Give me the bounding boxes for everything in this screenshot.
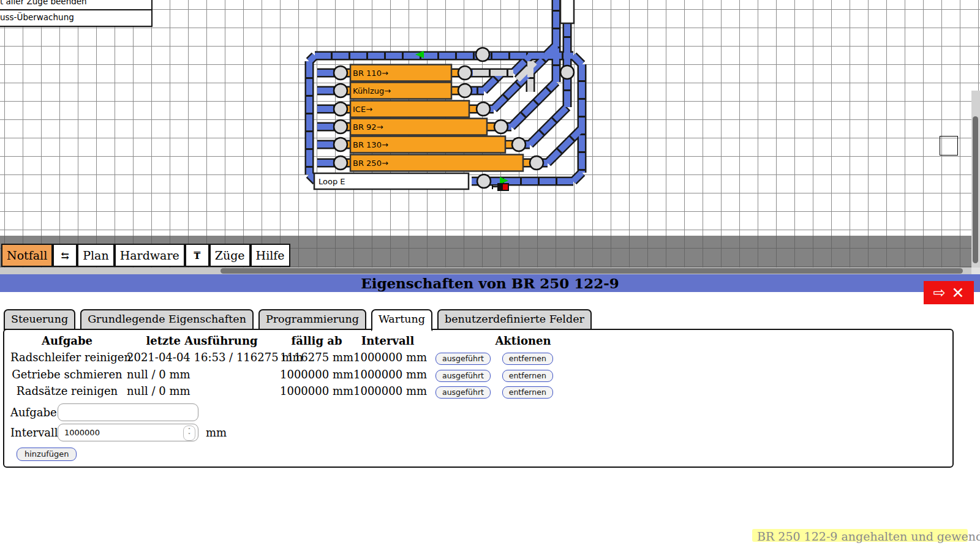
sensor-circle xyxy=(476,48,489,61)
cell-aufgabe: Radschleifer reinigen xyxy=(10,349,124,366)
remove-button[interactable]: entfernen xyxy=(502,353,553,365)
block-br250-label: BR 250→ xyxy=(353,159,388,168)
cell-actions: ausgeführt entfernen xyxy=(422,349,624,366)
tab-wartung[interactable]: Wartung xyxy=(371,309,432,331)
block-br110-label: BR 110→ xyxy=(353,69,388,78)
vertical-scrollbar-thumb[interactable] xyxy=(973,116,978,263)
sensor-circle xyxy=(560,66,574,79)
unit-label: mm xyxy=(206,426,227,439)
cell-letzte: null / 0 mm xyxy=(124,383,280,400)
pantograph-icon-button[interactable]: ₸ xyxy=(185,244,209,267)
spinner-down-icon[interactable]: ˅ xyxy=(188,433,191,438)
col-header-intervall: Intervall xyxy=(353,333,422,349)
cell-intervall: 1000000 mm xyxy=(353,349,422,366)
sensor-circle xyxy=(477,102,490,116)
col-header-letzte-ausfuehrung: letzte Ausführung xyxy=(124,333,280,349)
aufgabe-input[interactable] xyxy=(58,403,198,421)
wartung-panel: Aufgabe letzte Ausführung fällig ab Inte… xyxy=(3,329,954,468)
horizontal-scrollbar-thumb[interactable] xyxy=(221,268,963,274)
sensor-circle xyxy=(458,84,472,97)
maintenance-table: Aufgabe letzte Ausführung fällig ab Inte… xyxy=(10,333,952,400)
swap-direction-icon-button[interactable]: ⇆ xyxy=(53,244,77,267)
remove-button[interactable]: entfernen xyxy=(502,370,553,382)
horizontal-scrollbar[interactable] xyxy=(0,268,971,274)
tab-programmierung[interactable]: Programmierung xyxy=(258,309,366,330)
dialog-titlebar: Eigenschaften von BR 250 122-9 xyxy=(0,274,980,292)
sensor-circle xyxy=(334,102,347,116)
cell-letzte: null / 0 mm xyxy=(124,366,280,383)
vertical-scrollbar[interactable] xyxy=(971,91,980,268)
col-header-faellig-ab: fällig ab xyxy=(280,333,353,349)
sensor-circle xyxy=(334,138,347,151)
cell-faellig: 1000000 mm xyxy=(280,366,353,383)
cell-intervall: 1000000 mm xyxy=(353,383,422,400)
done-button[interactable]: ausgeführt xyxy=(435,370,491,382)
cell-faellig: 1000000 mm xyxy=(280,383,353,400)
sensor-circle xyxy=(458,66,472,80)
cell-actions: ausgeführt entfernen xyxy=(422,383,624,400)
sensor-circle xyxy=(494,120,508,133)
cell-letzte: 2021-04-04 16:53 / 116275 mm xyxy=(124,349,280,366)
plan-button[interactable]: Plan xyxy=(77,244,114,267)
cell-aufgabe: Radsätze reinigen xyxy=(10,383,124,400)
sensor-circle xyxy=(530,156,543,170)
block-br92-label: BR 92→ xyxy=(353,122,383,132)
block-ice-label: ICE→ xyxy=(353,105,372,114)
block-br130-label: BR 130→ xyxy=(353,140,388,149)
status-toast: BR 250 122-9 angehalten und gewendet. xyxy=(752,529,968,542)
sensor-circle xyxy=(334,156,347,170)
menu-item-stop-all-trains[interactable]: t aller Züge beenden xyxy=(0,0,151,10)
tab-grundlegende-eigenschaften[interactable]: Grundlegende Eigenschaften xyxy=(80,309,254,330)
help-button[interactable]: Hilfe xyxy=(251,244,290,267)
main-toolbar: Notfall ⇆ Plan Hardware ₸ Züge Hilfe xyxy=(1,244,290,267)
scrollbar-corner xyxy=(971,268,980,274)
add-task-button[interactable]: hinzufügen xyxy=(17,448,77,461)
sensor-circle xyxy=(512,138,526,151)
forward-arrow-icon[interactable]: ⇨ xyxy=(933,285,945,300)
tab-steuerung[interactable]: Steuerung xyxy=(4,309,75,330)
intervall-label: Intervall xyxy=(10,426,53,439)
tab-benutzerdefinierte-felder[interactable]: benutzerdefinierte Felder xyxy=(437,309,592,330)
sensor-circle xyxy=(334,120,347,133)
cell-faellig: 1116275 mm xyxy=(280,349,353,366)
selected-grid-cell[interactable] xyxy=(940,136,958,156)
intervall-input[interactable] xyxy=(58,424,198,441)
hardware-button[interactable]: Hardware xyxy=(115,244,185,267)
sensor-circle xyxy=(334,66,347,80)
dialog-title: Eigenschaften von BR 250 122-9 xyxy=(361,275,619,291)
sensor-circle xyxy=(334,84,347,97)
block-kuehlzug-label: Kühlzug→ xyxy=(353,86,391,96)
cell-actions: ausgeführt entfernen xyxy=(422,366,624,383)
block-loop-e-label: Loop E xyxy=(318,177,345,186)
track-plan-svg[interactable]: BR 110→ Kühlzug→ ICE→ BR 92→ BR 130→ BR … xyxy=(0,0,980,274)
dialog-window-controls: ⇨ ✕ xyxy=(924,281,974,304)
context-menu: t aller Züge beenden uss-Überwachung xyxy=(0,0,153,27)
emergency-stop-button[interactable]: Notfall xyxy=(1,244,53,267)
track-plan-area: BR 110→ Kühlzug→ ICE→ BR 92→ BR 130→ BR … xyxy=(0,0,980,274)
col-header-aktionen: Aktionen xyxy=(422,333,624,349)
cell-intervall: 1000000 mm xyxy=(353,366,422,383)
add-task-form: Aufgabe Intervall ˄ ˅ mm hinzufügen xyxy=(10,403,952,461)
col-header-aufgabe: Aufgabe xyxy=(10,333,124,349)
done-button[interactable]: ausgeführt xyxy=(435,386,491,399)
block-top-shed[interactable] xyxy=(560,0,574,23)
cell-aufgabe: Getriebe schmieren xyxy=(10,366,124,383)
trains-button[interactable]: Züge xyxy=(209,244,251,267)
close-icon[interactable]: ✕ xyxy=(952,285,965,301)
dialog-tabs: Steuerung Grundlegende Eigenschaften Pro… xyxy=(4,309,592,331)
done-button[interactable]: ausgeführt xyxy=(435,353,491,365)
aufgabe-label: Aufgabe xyxy=(10,406,53,419)
number-spinner[interactable]: ˄ ˅ xyxy=(183,425,195,441)
sensor-circle xyxy=(477,174,491,188)
menu-item-monitoring[interactable]: uss-Überwachung xyxy=(0,10,151,26)
remove-button[interactable]: entfernen xyxy=(502,386,553,399)
